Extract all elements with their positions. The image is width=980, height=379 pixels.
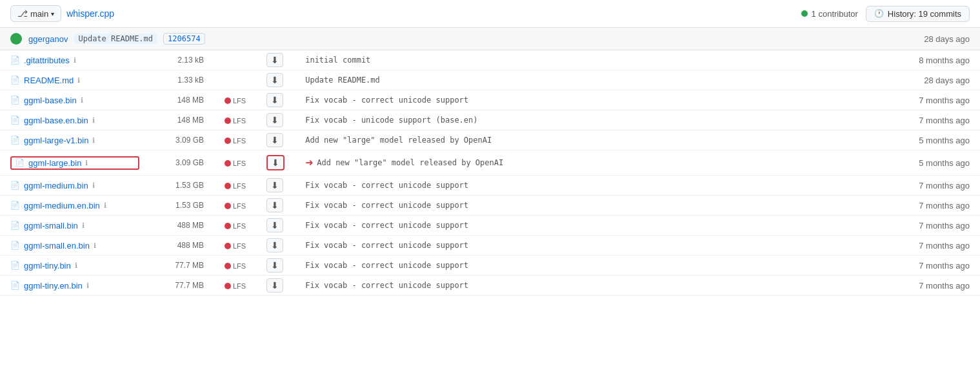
info-icon[interactable]: ℹ bbox=[75, 261, 77, 270]
file-name-cell: 📄.gitattributesℹ bbox=[10, 56, 139, 65]
file-name-link[interactable]: .gitattributes bbox=[24, 56, 70, 65]
download-button[interactable]: ⬇ bbox=[266, 258, 283, 272]
time-cell: 7 months ago bbox=[896, 216, 980, 236]
file-size: 488 MB bbox=[150, 216, 214, 236]
file-name-link[interactable]: ggml-large.bin bbox=[28, 158, 81, 168]
commit-message-cell: Fix vocab - correct unicode support bbox=[295, 236, 896, 256]
info-icon[interactable]: ℹ bbox=[74, 56, 76, 65]
commit-hash[interactable]: 1206574 bbox=[163, 33, 205, 45]
lfs-label: LFS bbox=[233, 282, 246, 290]
download-button[interactable]: ⬇ bbox=[266, 133, 283, 147]
download-cell: ⬇ bbox=[256, 196, 295, 216]
download-button[interactable]: ⬇ bbox=[266, 198, 283, 212]
history-button[interactable]: 🕐 History: 19 commits bbox=[866, 6, 970, 22]
lfs-badge: ●LFS bbox=[225, 137, 246, 145]
info-icon[interactable]: ℹ bbox=[82, 221, 85, 230]
download-cell: ⬇ bbox=[256, 256, 295, 276]
commit-message-cell: Fix vocab - correct unicode support bbox=[295, 176, 896, 196]
lfs-cell: ●LFS bbox=[214, 276, 256, 296]
top-bar: ⎇ main ▾ whisper.cpp 1 contributor 🕐 His… bbox=[0, 0, 980, 28]
download-button[interactable]: ⬇ bbox=[266, 238, 283, 252]
file-size: 1.33 kB bbox=[150, 70, 214, 90]
lfs-label: LFS bbox=[233, 222, 246, 230]
download-button[interactable]: ⬇ bbox=[266, 113, 283, 127]
file-name-link[interactable]: ggml-small.bin bbox=[24, 221, 78, 230]
info-icon[interactable]: ℹ bbox=[104, 201, 106, 210]
lfs-label: LFS bbox=[233, 117, 246, 125]
file-name-link[interactable]: ggml-tiny.en.bin bbox=[24, 281, 83, 291]
info-icon[interactable]: ℹ bbox=[81, 96, 83, 105]
download-button[interactable]: ⬇ bbox=[266, 73, 283, 87]
download-cell: ⬇ bbox=[256, 110, 295, 130]
status-dot bbox=[801, 10, 808, 17]
info-icon[interactable]: ℹ bbox=[92, 181, 95, 190]
file-table-wrapper: 📄.gitattributesℹ2.13 kB⬇initial commit8 … bbox=[0, 50, 980, 296]
lfs-label: LFS bbox=[233, 137, 246, 145]
lfs-cell: ●LFS bbox=[214, 176, 256, 196]
download-button[interactable]: ⬇ bbox=[266, 93, 283, 107]
table-row: 📄ggml-small.en.binℹ488 MB●LFS⬇Fix vocab … bbox=[0, 236, 980, 256]
file-name-link[interactable]: ggml-base.en.bin bbox=[24, 116, 88, 125]
repo-name[interactable]: whisper.cpp bbox=[66, 8, 114, 19]
commit-message-cell: Update README.md bbox=[295, 70, 896, 90]
file-size: 3.09 GB bbox=[150, 130, 214, 150]
file-name-link[interactable]: ggml-small.en.bin bbox=[24, 241, 90, 251]
branch-selector[interactable]: ⎇ main ▾ bbox=[10, 5, 61, 22]
info-icon[interactable]: ℹ bbox=[86, 282, 89, 290]
lfs-label: LFS bbox=[233, 159, 246, 167]
file-name-cell: 📄ggml-large-v1.binℹ bbox=[10, 136, 139, 145]
commit-message-cell: Fix vocab - correct unicode support bbox=[295, 216, 896, 236]
download-button[interactable]: ⬇ bbox=[266, 53, 283, 67]
info-icon[interactable]: ℹ bbox=[94, 241, 96, 250]
table-row: 📄ggml-large-v1.binℹ3.09 GB●LFS⬇Add new "… bbox=[0, 130, 980, 150]
file-name-link[interactable]: ggml-medium.en.bin bbox=[24, 201, 100, 210]
lfs-cell: ●LFS bbox=[214, 196, 256, 216]
file-icon: 📄 bbox=[10, 221, 20, 230]
file-name-link[interactable]: ggml-large-v1.bin bbox=[24, 136, 88, 145]
download-button[interactable]: ⬇ bbox=[266, 278, 283, 292]
download-button[interactable]: ⬇ bbox=[266, 178, 283, 192]
file-name-link[interactable]: ggml-tiny.bin bbox=[24, 261, 71, 271]
table-row: 📄ggml-large.binℹ3.09 GB●LFS⬇➜Add new "la… bbox=[0, 150, 980, 176]
info-icon[interactable]: ℹ bbox=[85, 159, 88, 167]
lfs-badge: ●LFS bbox=[225, 202, 246, 210]
file-size: 3.09 GB bbox=[150, 150, 214, 176]
info-icon[interactable]: ℹ bbox=[92, 116, 95, 125]
time-cell: 7 months ago bbox=[896, 236, 980, 256]
info-icon[interactable]: ℹ bbox=[92, 136, 95, 145]
commit-message-cell: Fix vocab - correct unicode support bbox=[295, 196, 896, 216]
time-cell: 7 months ago bbox=[896, 256, 980, 276]
file-icon: 📄 bbox=[10, 76, 20, 85]
commit-message-cell: Add new "large" model released by OpenAI bbox=[295, 130, 896, 150]
file-name-cell: 📄ggml-small.binℹ bbox=[10, 221, 139, 230]
lfs-cell: ●LFS bbox=[214, 236, 256, 256]
time-cell: 7 months ago bbox=[896, 110, 980, 130]
file-icon: 📄 bbox=[10, 56, 20, 65]
red-arrow-annotation: ➜ bbox=[305, 155, 313, 170]
file-size: 77.7 MB bbox=[150, 276, 214, 296]
file-icon: 📄 bbox=[10, 261, 20, 270]
download-button[interactable]: ⬇ bbox=[266, 155, 285, 170]
commit-bar: ggerganov Update README.md 1206574 28 da… bbox=[0, 28, 980, 50]
file-size: 488 MB bbox=[150, 236, 214, 256]
download-cell: ⬇ bbox=[256, 130, 295, 150]
history-label: History: 19 commits bbox=[888, 9, 961, 19]
table-row: 📄ggml-tiny.binℹ77.7 MB●LFS⬇Fix vocab - c… bbox=[0, 256, 980, 276]
download-button[interactable]: ⬇ bbox=[266, 218, 283, 232]
commit-author[interactable]: ggerganov bbox=[28, 34, 68, 44]
time-cell: 5 months ago bbox=[896, 150, 980, 176]
commit-message-cell: initial commit bbox=[295, 50, 896, 70]
file-name-link[interactable]: README.md bbox=[24, 76, 74, 85]
lfs-label: LFS bbox=[233, 182, 246, 190]
table-row: 📄ggml-medium.binℹ1.53 GB●LFS⬇Fix vocab -… bbox=[0, 176, 980, 196]
commit-time: 28 days ago bbox=[924, 34, 970, 44]
file-name-link[interactable]: ggml-base.bin bbox=[24, 96, 77, 105]
info-icon[interactable]: ℹ bbox=[77, 76, 80, 85]
lfs-label: LFS bbox=[233, 202, 246, 210]
commit-message-cell: Fix vocab - unicode support (base.en) bbox=[295, 110, 896, 130]
file-table: 📄.gitattributesℹ2.13 kB⬇initial commit8 … bbox=[0, 50, 980, 296]
file-name-link[interactable]: ggml-medium.bin bbox=[24, 181, 88, 190]
file-icon: 📄 bbox=[10, 281, 20, 290]
time-cell: 28 days ago bbox=[896, 70, 980, 90]
time-cell: 7 months ago bbox=[896, 90, 980, 110]
